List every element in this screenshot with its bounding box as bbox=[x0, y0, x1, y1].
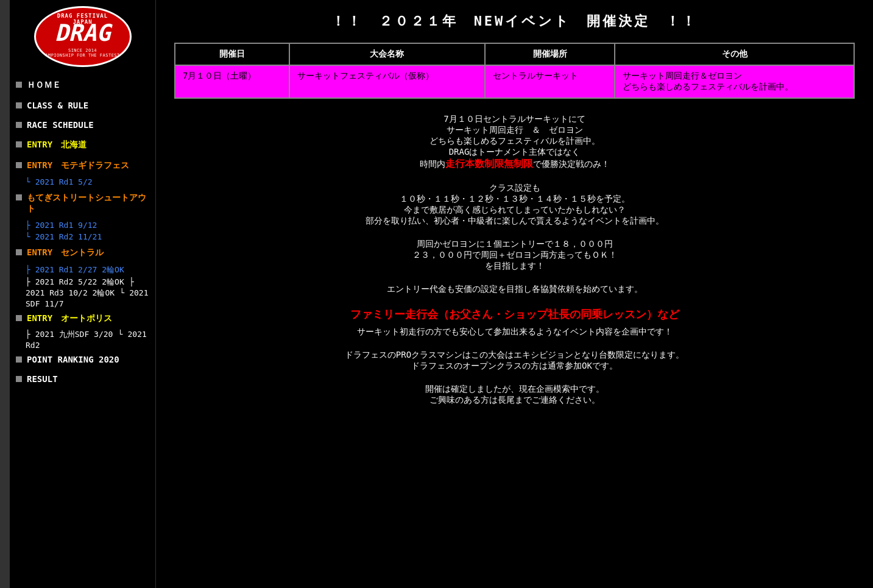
central-rd2-text: ├ 2021 Rd2 5/22 2輪OK bbox=[26, 276, 124, 288]
point-ranking-label: POINT RANKING 2020 bbox=[27, 355, 119, 364]
closing-block: 開催は確定しましたが、現在企画模索中です。 ご興味のある方は長尾までご連絡くださ… bbox=[174, 384, 855, 406]
family-event: ファミリー走行会（お父さん・ショップ社長の同乗レッスン）など bbox=[174, 307, 855, 322]
pro-note2: ドラフェスのオープンクラスの方は通常参加OKです。 bbox=[174, 361, 855, 372]
circuit-note: サーキット初走行の方でも安心して参加出来るようなイベント内容を企画中です！ bbox=[174, 327, 855, 338]
home-label: ＨＯＭＥ bbox=[27, 80, 61, 91]
table-row: 7月１０日（土曜） サーキットフェスティバル（仮称） セントラルサーキット サー… bbox=[175, 65, 854, 98]
sidebar-item-entry-central[interactable]: ENTRY セントラル bbox=[10, 243, 155, 263]
closing2: ご興味のある方は長尾までご連絡ください。 bbox=[174, 395, 855, 406]
pro-note1: ドラフェスのPROクラスマシンはこの大会はエキシビジョンとなり台数限定になります… bbox=[174, 350, 855, 361]
entry-autopolis-label: ENTRY オートポリス bbox=[27, 313, 112, 324]
race-schedule-label: RACE SCHEDULE bbox=[27, 120, 94, 130]
pro-block: ドラフェスのPROクラスマシンはこの大会はエキシビジョンとなり台数限定になります… bbox=[174, 350, 855, 372]
col-notes: その他 bbox=[615, 43, 854, 65]
motegi-rd1-link[interactable]: └ 2021 Rd1 5/2 bbox=[26, 176, 155, 188]
autopolis-subnav: ├ 2021 九州SDF 3/20 └ 2021 Rd2 bbox=[10, 329, 155, 350]
entry-central-label: ENTRY セントラル bbox=[27, 247, 104, 258]
nav-bullet-autopolis bbox=[16, 315, 22, 321]
event-table: 開催日 大会名称 開催場所 その他 7月１０日（土曜） サーキットフェスティバル… bbox=[174, 43, 855, 99]
intro-para4: DRAGはトーナメント主体ではなく bbox=[174, 147, 855, 158]
nav-bullet-motegi bbox=[16, 162, 22, 168]
logo-drag-text: DRAG bbox=[36, 21, 130, 44]
result-label: RESULT bbox=[27, 374, 58, 384]
pricing-block: 周回かゼロヨンに１個エントリーで１８，０００円 ２３，０００円で周回＋ゼロヨン両… bbox=[174, 239, 855, 272]
event-location: セントラルサーキット bbox=[485, 65, 615, 98]
entry-motegi-label: ENTRY モテギドラフェス bbox=[27, 160, 129, 171]
motegi-street-subnav: ├ 2021 Rd1 9/12 └ 2021 Rd2 11/21 bbox=[10, 219, 155, 243]
class-note1: 今まで敷居が高く感じられてしまっていたかもしれない？ bbox=[174, 205, 855, 216]
intro-block: 7月１０日セントラルサーキットにて サーキット周回走行 ＆ ゼロヨン どちらも楽… bbox=[174, 114, 855, 171]
nav-bullet-race bbox=[16, 122, 22, 128]
scrollbar[interactable] bbox=[0, 0, 10, 588]
event-name: サーキットフェスティバル（仮称） bbox=[289, 65, 485, 98]
event-notes: サーキット周回走行＆ゼロヨン どちらも楽しめるフェスティバルを計画中。 bbox=[615, 65, 854, 98]
sidebar-item-entry-hokkaido[interactable]: ENTRY 北海道 bbox=[10, 135, 155, 155]
para5-after: で優勝決定戦のみ！ bbox=[533, 159, 610, 169]
sidebar-item-result[interactable]: RESULT bbox=[10, 369, 155, 389]
intro-para3: どちらも楽しめるフェスティバルを計画中。 bbox=[174, 136, 855, 147]
nav-bullet-result bbox=[16, 376, 22, 382]
logo-bottom-text: SINCE 2014CHAMPIONSHIP FOR THE FASTEST ® bbox=[36, 48, 130, 58]
sidebar-item-race-schedule[interactable]: RACE SCHEDULE bbox=[10, 115, 155, 135]
central-rd1-link[interactable]: ├ 2021 Rd1 2/27 2輪OK bbox=[26, 263, 155, 277]
sidebar-item-entry-autopolis[interactable]: ENTRY オートポリス bbox=[10, 308, 155, 329]
col-location: 開催場所 bbox=[485, 43, 615, 65]
main-content: ！！ ２０２１年 NEWイベント 開催決定 ！！ 開催日 大会名称 開催場所 そ… bbox=[156, 0, 873, 588]
autopolis-sdf-text: ├ 2021 九州SDF 3/20 bbox=[26, 328, 113, 340]
event-date: 7月１０日（土曜） bbox=[175, 65, 289, 98]
page-title: ！！ ２０２１年 NEWイベント 開催決定 ！！ bbox=[174, 12, 855, 30]
closing1: 開催は確定しましたが、現在企画模索中です。 bbox=[174, 384, 855, 395]
nav-bullet-ranking bbox=[16, 356, 22, 363]
sidebar-item-motegi-street[interactable]: もてぎストリートシュートアウト bbox=[10, 188, 155, 219]
nav-bullet-hokkaido bbox=[16, 141, 22, 147]
para5-highlight: 走行本数制限無制限 bbox=[445, 158, 533, 169]
logo: DRAG FESTIVALJAPAN DRAG SINCE 2014CHAMPI… bbox=[10, 0, 155, 75]
class-note2: 部分を取り払い、初心者・中級者に楽しんで貰えるようなイベントを計画中。 bbox=[174, 216, 855, 227]
nav-bullet-motegi-street bbox=[16, 194, 22, 200]
class-rule-label: CLASS & RULE bbox=[27, 101, 88, 110]
intro-para1: 7月１０日セントラルサーキットにて bbox=[174, 114, 855, 125]
nav-bullet-home bbox=[16, 82, 22, 88]
entry-hokkaido-label: ENTRY 北海道 bbox=[27, 140, 87, 151]
pricing3: を目指します！ bbox=[174, 261, 855, 272]
class-times: １０秒・１１秒・１２秒・１３秒・１４秒・１５秒を予定。 bbox=[174, 194, 855, 205]
para5-before: 時間内 bbox=[420, 159, 445, 169]
motegi-street-rd1-link[interactable]: ├ 2021 Rd1 9/12 bbox=[26, 219, 155, 231]
sidebar-item-class-rule[interactable]: CLASS & RULE bbox=[10, 96, 155, 115]
central-subnav: ├ 2021 Rd1 2/27 2輪OK ├ 2021 Rd2 5/22 2輪O… bbox=[10, 263, 155, 308]
pricing2: ２３，０００円で周回＋ゼロヨン両方走ってもＯＫ！ bbox=[174, 250, 855, 261]
nav-bullet-class bbox=[16, 102, 22, 108]
intro-para5: 時間内走行本数制限無制限で優勝決定戦のみ！ bbox=[174, 158, 855, 171]
sidebar-item-home[interactable]: ＨＯＭＥ bbox=[10, 75, 155, 96]
motegi-street-rd2-link[interactable]: └ 2021 Rd2 11/21 bbox=[26, 231, 155, 243]
family-block: ファミリー走行会（お父さん・ショップ社長の同乗レッスン）など サーキット初走行の… bbox=[174, 307, 855, 338]
sidebar: DRAG FESTIVALJAPAN DRAG SINCE 2014CHAMPI… bbox=[10, 0, 156, 588]
logo-oval: DRAG FESTIVALJAPAN DRAG SINCE 2014CHAMPI… bbox=[34, 6, 132, 67]
class-block: クラス設定も １０秒・１１秒・１２秒・１３秒・１４秒・１５秒を予定。 今まで敷居… bbox=[174, 183, 855, 227]
entry-fee: エントリー代金も安価の設定を目指し各協賛依頼を始めています。 bbox=[174, 284, 855, 295]
sidebar-item-entry-motegi[interactable]: ENTRY モテギドラフェス bbox=[10, 155, 155, 176]
pricing1: 周回かゼロヨンに１個エントリーで１８，０００円 bbox=[174, 239, 855, 250]
sidebar-item-point-ranking[interactable]: POINT RANKING 2020 bbox=[10, 350, 155, 369]
entry-fee-block: エントリー代金も安価の設定を目指し各協賛依頼を始めています。 bbox=[174, 284, 855, 295]
intro-para2: サーキット周回走行 ＆ ゼロヨン bbox=[174, 125, 855, 136]
col-date: 開催日 bbox=[175, 43, 289, 65]
class-title: クラス設定も bbox=[174, 183, 855, 194]
motegi-subnav: └ 2021 Rd1 5/2 bbox=[10, 176, 155, 188]
nav-bullet-central bbox=[16, 249, 22, 255]
col-name: 大会名称 bbox=[289, 43, 485, 65]
motegi-street-label: もてぎストリートシュートアウト bbox=[27, 193, 149, 214]
